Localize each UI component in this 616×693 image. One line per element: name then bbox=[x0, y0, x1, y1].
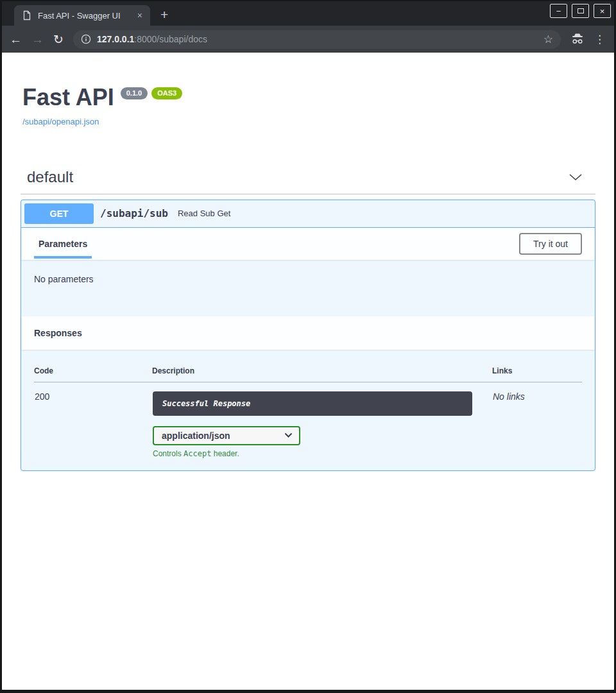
new-tab-button[interactable]: + bbox=[160, 8, 168, 21]
operation-description: Read Sub Get bbox=[178, 209, 230, 218]
incognito-icon bbox=[570, 33, 585, 45]
operation-summary[interactable]: GET /subapi/sub Read Sub Get bbox=[21, 200, 595, 228]
minimize-button[interactable]: − bbox=[550, 4, 567, 18]
page-title: Fast API 0.1.0 OAS3 bbox=[22, 85, 594, 110]
responses-title: Responses bbox=[34, 328, 82, 338]
maximize-button[interactable] bbox=[572, 4, 589, 18]
responses-header: Responses bbox=[21, 316, 595, 350]
parameters-body: No parameters bbox=[21, 260, 595, 316]
browser-toolbar: ← → ↻ 127.0.0.1:8000/subapi/docs ☆ bbox=[2, 26, 614, 53]
tab-title: Fast API - Swagger UI bbox=[38, 11, 130, 21]
tag-title: default bbox=[27, 168, 73, 186]
close-window-button[interactable]: × bbox=[594, 4, 611, 18]
openapi-spec-link[interactable]: /subapi/openapi.json bbox=[22, 117, 99, 126]
version-badge: 0.1.0 bbox=[121, 87, 148, 99]
media-type-row: application/json Contr bbox=[153, 426, 492, 458]
page-favicon-icon bbox=[22, 10, 32, 21]
oas3-badge: OAS3 bbox=[151, 87, 182, 99]
operation-path: /subapi/sub bbox=[100, 207, 168, 219]
back-icon[interactable]: ← bbox=[10, 33, 22, 46]
column-header-code: Code bbox=[34, 361, 152, 382]
response-links: No links bbox=[492, 382, 582, 459]
try-it-out-button[interactable]: Try it out bbox=[519, 233, 582, 255]
tab-parameters[interactable]: Parameters bbox=[34, 239, 92, 249]
site-info-icon[interactable] bbox=[81, 34, 91, 44]
no-parameters-message: No parameters bbox=[34, 274, 94, 284]
browser-menu-icon[interactable]: ⋮ bbox=[594, 34, 605, 45]
hint-text-before: Controls bbox=[153, 449, 184, 458]
browser-window: Fast API - Swagger UI × + − × ← → ↻ 127.… bbox=[0, 0, 616, 693]
response-code: 200 bbox=[34, 382, 152, 459]
hint-accept-code: Accept bbox=[184, 449, 211, 458]
tag-header[interactable]: default bbox=[21, 160, 595, 194]
media-type-select[interactable]: application/json bbox=[153, 426, 300, 445]
url-path: :8000/subapi/docs bbox=[134, 34, 207, 44]
maximize-icon bbox=[578, 8, 584, 13]
url-bar[interactable]: 127.0.0.1:8000/subapi/docs ☆ bbox=[73, 30, 561, 49]
tag-section-default: default GET /subapi/sub Read Sub Get bbox=[15, 160, 601, 471]
response-description-cell: Successful Response application/json bbox=[152, 382, 492, 459]
parameters-header: Parameters Try it out bbox=[21, 228, 595, 260]
hint-text-after: header. bbox=[211, 449, 239, 458]
titlebar: Fast API - Swagger UI × + − × bbox=[2, 1, 614, 26]
forward-icon[interactable]: → bbox=[31, 33, 44, 46]
url-host: 127.0.0.1 bbox=[97, 34, 134, 44]
response-description: Successful Response bbox=[153, 391, 472, 416]
responses-table: Code Description Links 200 Successful Re… bbox=[34, 361, 582, 459]
browser-tab[interactable]: Fast API - Swagger UI × bbox=[14, 5, 150, 26]
api-badges: 0.1.0 OAS3 bbox=[121, 87, 182, 99]
column-header-description: Description bbox=[152, 361, 492, 382]
select-chevron-icon bbox=[284, 432, 293, 438]
window-controls: − × bbox=[550, 4, 611, 18]
api-title-text: Fast API bbox=[22, 85, 114, 110]
opblock-get-subapi-sub: GET /subapi/sub Read Sub Get Parameters … bbox=[21, 200, 595, 471]
api-info: Fast API 0.1.0 OAS3 /subapi/openapi.json bbox=[22, 85, 594, 127]
reload-icon[interactable]: ↻ bbox=[53, 33, 64, 46]
url-text: 127.0.0.1:8000/subapi/docs bbox=[97, 33, 207, 45]
tab-close-icon[interactable]: × bbox=[136, 10, 144, 21]
response-row-200: 200 Successful Response application/json bbox=[34, 382, 582, 459]
media-type-value: application/json bbox=[162, 431, 230, 441]
responses-body: Code Description Links 200 Successful Re… bbox=[21, 350, 595, 470]
bookmark-star-icon[interactable]: ☆ bbox=[543, 33, 556, 46]
method-badge[interactable]: GET bbox=[24, 203, 94, 224]
chevron-down-icon[interactable] bbox=[569, 173, 583, 182]
swagger-page: Fast API 0.1.0 OAS3 /subapi/openapi.json… bbox=[2, 53, 614, 690]
accept-header-hint: Controls Accept header. bbox=[153, 449, 492, 458]
column-header-links: Links bbox=[492, 361, 582, 382]
